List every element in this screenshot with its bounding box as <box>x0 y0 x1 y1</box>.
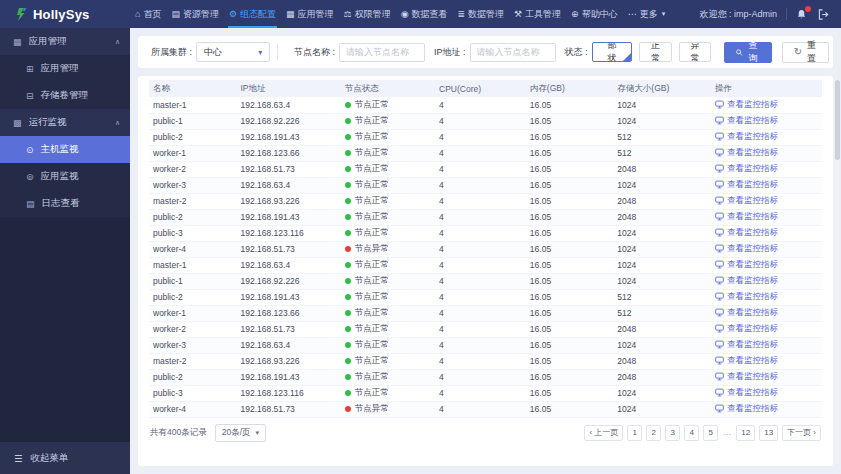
table-row: worker-3192.168.63.4节点正常416.051024查看监控指标 <box>149 177 822 193</box>
nav-item-home[interactable]: ⌂首页 <box>130 0 166 28</box>
status-text: 节点正常 <box>355 307 389 319</box>
nav-item-app-manage[interactable]: ▦应用管理 <box>281 0 339 28</box>
view-metrics-link[interactable]: 查看监控指标 <box>715 323 778 335</box>
nav-item-tool-manage[interactable]: ⚒工具管理 <box>509 0 566 28</box>
monitor-icon <box>715 148 724 157</box>
view-metrics-link[interactable]: 查看监控指标 <box>715 115 778 127</box>
sidebar-item-app-manage[interactable]: ⊞应用管理 <box>0 55 130 82</box>
view-metrics-link[interactable]: 查看监控指标 <box>715 227 778 239</box>
cell-ip: 192.168.92.226 <box>236 273 340 289</box>
nav-item-data-manage[interactable]: ≣数据管理 <box>452 0 509 28</box>
table-row: master-2192.168.93.226节点正常416.052048查看监控… <box>149 193 822 209</box>
status-text: 节点正常 <box>355 371 389 383</box>
monitor-icon <box>715 388 724 397</box>
main-content: 所属集群 : 中心 ▾ 节点名称 : IP地址 : 状态 : 全部状态正常异常 … <box>130 28 841 474</box>
cell-name: public-1 <box>149 113 236 129</box>
logout-icon[interactable] <box>818 9 829 20</box>
app-window: HollySys ⌂首页▤资源管理⚙组态配置▦应用管理⚖权限管理◉数据查看≣数据… <box>0 0 841 474</box>
collapse-menu-label: 收起菜单 <box>31 452 69 465</box>
view-metrics-link[interactable]: 查看监控指标 <box>715 259 778 271</box>
cell-status: 节点正常 <box>341 161 435 177</box>
page-button-3[interactable]: 3 <box>665 425 680 441</box>
nav-item-permission-manage[interactable]: ⚖权限管理 <box>339 0 396 28</box>
view-metrics-link[interactable]: 查看监控指标 <box>715 179 778 191</box>
cell-action: 查看监控指标 <box>711 113 822 129</box>
nav-item-config-manage[interactable]: ⚙组态配置 <box>224 0 281 28</box>
scrollbar[interactable] <box>835 78 840 464</box>
cluster-select[interactable]: 中心 ▾ <box>196 42 270 62</box>
reset-button[interactable]: ↻ 重置 <box>782 42 829 63</box>
view-metrics-link[interactable]: 查看监控指标 <box>715 147 778 159</box>
app-section-icon: ▦ <box>13 37 22 47</box>
view-metrics-link[interactable]: 查看监控指标 <box>715 355 778 367</box>
page-button-2[interactable]: 2 <box>646 425 661 441</box>
monitor-icon <box>715 340 724 349</box>
status-badge: 节点正常 <box>345 163 431 175</box>
cell-storage: 512 <box>613 289 711 305</box>
next-page-button[interactable]: 下一页 › <box>782 425 821 441</box>
search-button[interactable]: 查询 <box>724 42 772 63</box>
chevron-down-icon: ▾ <box>662 10 666 18</box>
status-text: 节点异常 <box>355 243 389 255</box>
page-button-12[interactable]: 12 <box>736 425 755 441</box>
view-metrics-link[interactable]: 查看监控指标 <box>715 403 778 415</box>
prev-page-button[interactable]: ‹ 上一页 <box>584 425 623 441</box>
view-metrics-link[interactable]: 查看监控指标 <box>715 339 778 351</box>
cell-storage: 512 <box>613 145 711 161</box>
cell-status: 节点正常 <box>341 353 435 369</box>
status-text: 节点正常 <box>355 163 389 175</box>
nav-item-more[interactable]: ⋯更多▾ <box>623 0 671 28</box>
view-metrics-link[interactable]: 查看监控指标 <box>715 163 778 175</box>
nav-item-data-view[interactable]: ◉数据查看 <box>396 0 453 28</box>
nav-item-resource-manage[interactable]: ▤资源管理 <box>166 0 224 28</box>
cell-status: 节点正常 <box>341 369 435 385</box>
cell-memory: 16.05 <box>526 353 613 369</box>
sidebar-section-app-manage[interactable]: ▦应用管理∧ <box>0 28 130 55</box>
app-monitor-icon: ⊚ <box>26 172 34 182</box>
view-metrics-link[interactable]: 查看监控指标 <box>715 99 778 111</box>
view-metrics-link[interactable]: 查看监控指标 <box>715 131 778 143</box>
monitor-icon <box>715 260 724 269</box>
status-filter-abnormal[interactable]: 异常 <box>679 42 711 62</box>
status-filter-all[interactable]: 全部状态 <box>592 42 633 62</box>
sidebar-item-log-view[interactable]: ▤日志查看 <box>0 190 130 217</box>
cell-ip: 192.168.191.43 <box>236 129 340 145</box>
notification-bell-icon[interactable] <box>796 9 807 20</box>
view-metrics-link[interactable]: 查看监控指标 <box>715 291 778 303</box>
status-text: 节点正常 <box>355 147 389 159</box>
ip-input[interactable] <box>470 43 556 62</box>
cell-name: worker-2 <box>149 321 236 337</box>
view-metrics-link[interactable]: 查看监控指标 <box>715 243 778 255</box>
page-button-5[interactable]: 5 <box>703 425 718 441</box>
cell-ip: 192.168.63.4 <box>236 97 340 113</box>
table-row: worker-3192.168.63.4节点正常416.051024查看监控指标 <box>149 337 822 353</box>
monitor-icon <box>715 196 724 205</box>
view-metrics-link[interactable]: 查看监控指标 <box>715 387 778 399</box>
cell-name: public-2 <box>149 289 236 305</box>
page-button-4[interactable]: 4 <box>684 425 699 441</box>
page-button-13[interactable]: 13 <box>759 425 778 441</box>
view-metrics-link[interactable]: 查看监控指标 <box>715 371 778 383</box>
view-metrics-link[interactable]: 查看监控指标 <box>715 275 778 287</box>
nav-item-help-center[interactable]: ⊕帮助中心 <box>566 0 623 28</box>
sidebar-item-host-monitor[interactable]: ⊙主机监视 <box>0 136 130 163</box>
status-dot-icon <box>345 262 351 268</box>
page-size-select[interactable]: 20条/页 ▾ <box>215 424 266 442</box>
sidebar-item-app-monitor[interactable]: ⊚应用监视 <box>0 163 130 190</box>
scrollbar-thumb[interactable] <box>835 80 840 160</box>
cell-action: 查看监控指标 <box>711 209 822 225</box>
view-metrics-link[interactable]: 查看监控指标 <box>715 211 778 223</box>
cell-status: 节点正常 <box>341 177 435 193</box>
cell-name: worker-3 <box>149 337 236 353</box>
collapse-menu-button[interactable]: ☰ 收起菜单 <box>0 442 130 474</box>
cell-action: 查看监控指标 <box>711 241 822 257</box>
page-button-1[interactable]: 1 <box>627 425 642 441</box>
view-metrics-link[interactable]: 查看监控指标 <box>715 307 778 319</box>
cell-storage: 2048 <box>613 209 711 225</box>
status-filter-normal[interactable]: 正常 <box>639 42 671 62</box>
node-name-input[interactable] <box>339 43 425 62</box>
sidebar-section-run-monitor[interactable]: ▩运行监视∧ <box>0 109 130 136</box>
sidebar-item-storage-volume[interactable]: ⊟存储卷管理 <box>0 82 130 109</box>
view-metrics-link[interactable]: 查看监控指标 <box>715 195 778 207</box>
table-row: master-1192.168.63.4节点正常416.051024查看监控指标 <box>149 97 822 113</box>
